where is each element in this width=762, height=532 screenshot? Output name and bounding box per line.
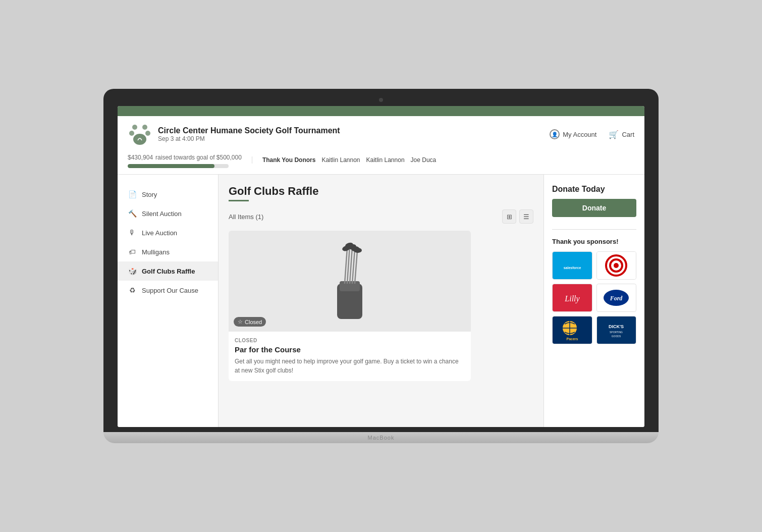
sponsor-target bbox=[596, 251, 637, 280]
account-label: My Account bbox=[563, 131, 596, 138]
sidebar: 📄 Story 🔨 Silent Auction 🎙 Live Auction … bbox=[118, 175, 219, 427]
org-info: Circle Center Humane Society Golf Tourna… bbox=[128, 122, 340, 146]
sponsor-pacers: Pacers bbox=[552, 316, 592, 344]
sponsors-title: Thank you sponsors! bbox=[552, 238, 636, 245]
sponsor-ford: Ford bbox=[596, 284, 637, 312]
closed-badge: ☆ Closed bbox=[234, 317, 266, 327]
dicks-sporting-goods-logo: DICK'S SPORTING GOODS bbox=[597, 316, 636, 344]
ford-logo: Ford bbox=[597, 284, 636, 311]
sidebar-item-support-our-cause-label: Support Our Cause bbox=[142, 287, 198, 294]
sidebar-item-golf-clubs-raffle-label: Golf Clubs Raffle bbox=[142, 268, 195, 275]
svg-text:GOODS: GOODS bbox=[612, 335, 621, 338]
item-name: Par for the Course bbox=[235, 345, 465, 354]
account-icon: 👤 bbox=[550, 129, 560, 139]
donate-button[interactable]: Donate bbox=[552, 199, 636, 217]
donor-2: Kaitlin Lannon bbox=[366, 156, 405, 164]
sidebar-item-live-auction-label: Live Auction bbox=[142, 229, 177, 237]
cart-icon: 🛒 bbox=[609, 130, 619, 139]
svg-point-3 bbox=[145, 131, 150, 136]
svg-point-24 bbox=[614, 263, 619, 268]
svg-line-10 bbox=[352, 249, 355, 284]
sponsor-salesforce: salesforce bbox=[552, 251, 592, 280]
item-status: CLOSED bbox=[235, 338, 465, 343]
star-icon: ☆ bbox=[238, 318, 243, 325]
item-card[interactable]: ☆ Closed CLOSED Par for the Course Get a… bbox=[229, 231, 471, 381]
sponsor-dicks: DICK'S SPORTING GOODS bbox=[596, 316, 637, 344]
golf-clubs-raffle-icon: 🎲 bbox=[128, 267, 137, 276]
item-card-body: CLOSED Par for the Course Get all you mi… bbox=[229, 332, 471, 381]
svg-text:DICK'S: DICK'S bbox=[609, 324, 624, 329]
view-toggle: ⊞ ☰ bbox=[502, 209, 533, 224]
svg-point-20 bbox=[565, 259, 572, 266]
item-description: Get all you might need to help improve y… bbox=[235, 357, 465, 375]
donor-1: Kaitlin Lannon bbox=[321, 156, 360, 164]
items-count: All Items (1) bbox=[229, 213, 263, 221]
svg-text:Ford: Ford bbox=[610, 295, 623, 302]
main-area: Golf Clubs Raffle All Items (1) ⊞ ☰ bbox=[219, 175, 543, 427]
my-account-button[interactable]: 👤 My Account bbox=[550, 129, 596, 139]
title-underline bbox=[229, 200, 249, 201]
laptop: Circle Center Humane Society Golf Tourna… bbox=[103, 89, 659, 443]
sidebar-item-golf-clubs-raffle[interactable]: 🎲 Golf Clubs Raffle bbox=[118, 261, 218, 281]
sidebar-item-support-our-cause[interactable]: ♻ Support Our Cause bbox=[118, 281, 218, 300]
live-auction-icon: 🎙 bbox=[128, 228, 137, 237]
cart-label: Cart bbox=[622, 131, 634, 138]
org-date: Sep 3 at 4:00 PM bbox=[158, 135, 340, 142]
sidebar-item-story-label: Story bbox=[142, 191, 157, 198]
svg-line-7 bbox=[345, 248, 347, 284]
header-top-bar bbox=[118, 106, 644, 116]
org-logo bbox=[128, 122, 152, 146]
cart-button[interactable]: 🛒 Cart bbox=[609, 130, 634, 139]
progress-bar-fill bbox=[128, 164, 214, 168]
item-card-image: ☆ Closed bbox=[229, 231, 471, 332]
header-actions: 👤 My Account 🛒 Cart bbox=[550, 129, 634, 139]
svg-text:salesforce: salesforce bbox=[563, 266, 581, 270]
svg-point-1 bbox=[142, 125, 147, 130]
svg-line-9 bbox=[350, 247, 352, 284]
donate-section: Donate Today Donate bbox=[552, 185, 636, 217]
svg-point-4 bbox=[133, 134, 146, 145]
right-panel: Donate Today Donate Thank you sponsors! bbox=[543, 175, 644, 427]
sidebar-item-silent-auction-label: Silent Auction bbox=[142, 210, 182, 218]
svg-point-0 bbox=[132, 125, 137, 130]
svg-line-11 bbox=[355, 251, 357, 284]
sidebar-item-story[interactable]: 📄 Story bbox=[118, 185, 218, 204]
sidebar-item-silent-auction[interactable]: 🔨 Silent Auction bbox=[118, 204, 218, 223]
site-header: Circle Center Humane Society Golf Tourna… bbox=[118, 116, 644, 175]
donor-strip: Thank You Donors Kaitlin Lannon Kaitlin … bbox=[252, 156, 436, 164]
page-title: Golf Clubs Raffle bbox=[229, 185, 533, 198]
support-our-cause-icon: ♻ bbox=[128, 286, 137, 295]
screen: Circle Center Humane Society Golf Tourna… bbox=[118, 106, 644, 427]
sidebar-item-mulligans-label: Mulligans bbox=[142, 248, 170, 256]
sponsor-lilly: Lilly bbox=[552, 284, 592, 312]
mulligans-icon: 🏷 bbox=[128, 247, 137, 256]
svg-text:Pacers: Pacers bbox=[566, 337, 578, 341]
golf-clubs-image bbox=[319, 238, 380, 324]
progress-bar bbox=[128, 164, 229, 168]
svg-text:Lilly: Lilly bbox=[564, 294, 580, 303]
svg-rect-34 bbox=[603, 317, 630, 343]
items-header: All Items (1) ⊞ ☰ bbox=[229, 209, 533, 224]
donate-title: Donate Today bbox=[552, 185, 636, 194]
org-title: Circle Center Humane Society Golf Tourna… bbox=[158, 126, 340, 135]
site-content: 📄 Story 🔨 Silent Auction 🎙 Live Auction … bbox=[118, 175, 644, 427]
sponsors-section: Thank you sponsors! salesforce bbox=[552, 229, 636, 344]
svg-point-2 bbox=[129, 131, 134, 136]
svg-text:SPORTING: SPORTING bbox=[610, 331, 623, 334]
salesforce-logo: salesforce bbox=[553, 252, 592, 279]
grid-view-button[interactable]: ⊞ bbox=[502, 209, 516, 224]
sidebar-item-live-auction[interactable]: 🎙 Live Auction bbox=[118, 223, 218, 242]
target-logo bbox=[597, 252, 636, 279]
sponsors-grid: salesforce bbox=[552, 251, 636, 344]
svg-point-16 bbox=[354, 248, 362, 253]
lilly-logo: Lilly bbox=[553, 284, 592, 311]
fundraising-amount: $430,904 raised towards goal of $500,000 bbox=[128, 151, 242, 162]
pacers-logo: Pacers bbox=[553, 316, 592, 344]
sidebar-item-mulligans[interactable]: 🏷 Mulligans bbox=[118, 242, 218, 261]
silent-auction-icon: 🔨 bbox=[128, 209, 137, 218]
list-view-button[interactable]: ☰ bbox=[519, 209, 533, 224]
story-icon: 📄 bbox=[128, 190, 137, 199]
screen-bezel: Circle Center Humane Society Golf Tourna… bbox=[103, 89, 659, 432]
laptop-base bbox=[103, 432, 659, 443]
thank-you-donors-label: Thank You Donors bbox=[262, 156, 316, 164]
